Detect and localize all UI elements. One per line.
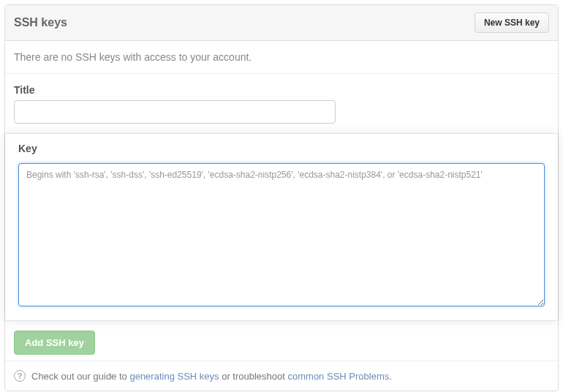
new-ssh-key-button[interactable]: New SSH key [475, 12, 549, 33]
footer-text: Check out our guide to generating SSH ke… [31, 371, 392, 382]
key-field-block: Key [5, 134, 558, 320]
panel-header: SSH keys New SSH key [5, 5, 558, 41]
key-label: Key [18, 143, 545, 154]
ssh-keys-panel: SSH keys New SSH key There are no SSH ke… [4, 4, 559, 391]
common-problems-link[interactable]: common SSH Problems [288, 371, 390, 382]
footer-middle: or troubleshoot [219, 371, 288, 382]
help-icon: ? [14, 370, 26, 382]
footer-suffix: . [389, 371, 392, 382]
panel-title: SSH keys [14, 16, 67, 29]
generating-keys-link[interactable]: generating SSH keys [129, 371, 219, 382]
add-key-form: Title Key Add SSH key [5, 74, 558, 361]
panel-footer: ? Check out our guide to generating SSH … [5, 361, 558, 391]
title-label: Title [14, 84, 549, 96]
key-textarea[interactable] [18, 163, 545, 306]
add-ssh-key-button[interactable]: Add SSH key [14, 331, 95, 355]
empty-state-message: There are no SSH keys with access to you… [5, 41, 558, 74]
footer-prefix: Check out our guide to [31, 371, 129, 382]
title-input[interactable] [14, 100, 336, 124]
